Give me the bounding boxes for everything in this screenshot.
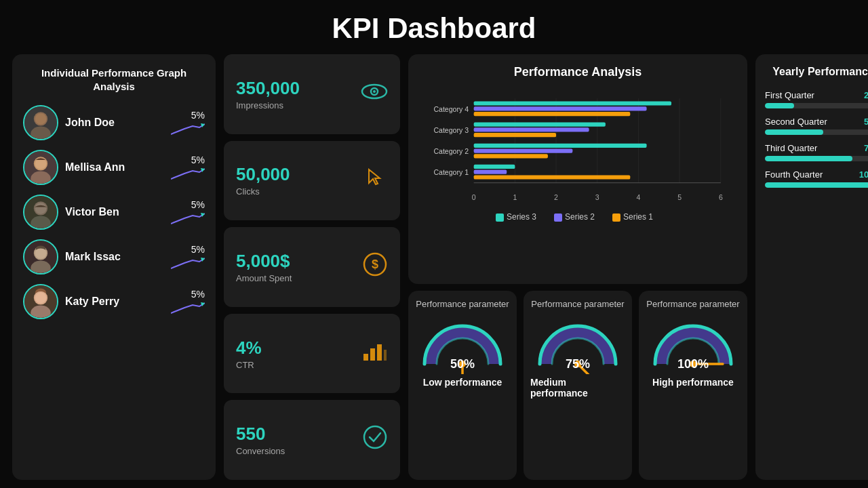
svg-rect-53 — [474, 123, 606, 127]
quarter-row: First Quarter 25% — [765, 90, 868, 108]
quarter-bar-bg — [765, 103, 868, 108]
svg-rect-51 — [474, 112, 631, 116]
quarter-row: Third Quarter 75% — [765, 143, 868, 161]
legend-item: Series 1 — [612, 212, 653, 222]
eye-icon — [361, 81, 388, 107]
svg-text:0: 0 — [472, 193, 476, 201]
metric-card: 350,000 Impressions — [224, 54, 400, 134]
dollar-icon: $ — [362, 251, 388, 283]
page-title: KPI Dashboard — [0, 0, 868, 54]
svg-text:1: 1 — [513, 193, 517, 201]
avatar — [23, 195, 58, 230]
trend-pct: 5% — [191, 110, 205, 121]
chart-title: Performance Analysis — [422, 65, 734, 79]
svg-point-27 — [373, 90, 376, 93]
person-row: Victor Ben 5% — [23, 195, 205, 230]
person-row: Katy Perry 5% — [23, 284, 205, 319]
yearly-title: Yearly Performance — [765, 65, 868, 79]
gauge-pct: 75% — [566, 357, 590, 371]
legend-item: Series 3 — [496, 212, 536, 222]
gauge-widget: 75% — [530, 313, 625, 374]
quarter-bar-fill — [765, 103, 794, 108]
perf-name: High performance — [652, 377, 734, 388]
metric-card: 50,000 Clicks — [224, 141, 400, 221]
quarter-bar-fill — [765, 156, 852, 161]
metric-label: Clicks — [236, 186, 290, 197]
metric-label: Impressions — [236, 100, 300, 110]
metric-card: 5,000$ Amount Spent $ — [224, 227, 400, 307]
trend-line-icon — [171, 301, 205, 314]
svg-text:$: $ — [372, 258, 378, 271]
svg-text:Category 2: Category 2 — [433, 147, 469, 155]
person-trend: 5% — [171, 110, 205, 136]
svg-text:5: 5 — [677, 193, 682, 201]
quarter-bar-fill — [765, 129, 823, 135]
bar-icon — [362, 340, 388, 367]
perf-card: Performance parameter 50% Low performanc… — [408, 291, 517, 480]
avatar — [23, 284, 58, 319]
metric-value: 350,000 — [236, 78, 300, 99]
svg-rect-50 — [474, 106, 647, 110]
svg-text:2: 2 — [554, 193, 558, 201]
svg-rect-31 — [370, 348, 375, 361]
svg-rect-30 — [363, 354, 368, 361]
gauge-pct: 50% — [450, 357, 475, 371]
quarter-bar-fill — [765, 182, 868, 188]
quarter-header: First Quarter 25% — [765, 90, 868, 100]
quarter-label: First Quarter — [765, 90, 814, 100]
person-trend: 5% — [171, 155, 205, 180]
metric-card: 4% CTR — [224, 314, 400, 394]
left-panel-title: Individual Performance Graph Analysis — [23, 66, 205, 93]
quarter-header: Third Quarter 75% — [765, 143, 868, 153]
metric-label: Conversions — [236, 446, 285, 456]
svg-rect-63 — [474, 175, 631, 179]
trend-pct: 5% — [191, 244, 205, 255]
trend-line-icon — [171, 122, 205, 136]
quarter-header: Second Quarter 50% — [765, 117, 868, 127]
svg-rect-32 — [377, 344, 382, 361]
right-panel: Yearly Performance First Quarter 25% Sec… — [755, 54, 868, 480]
trend-pct: 5% — [191, 289, 205, 300]
person-name: Katy Perry — [65, 296, 164, 308]
quarter-label: Second Quarter — [765, 117, 827, 127]
svg-point-13 — [35, 203, 47, 214]
svg-text:Category 3: Category 3 — [433, 126, 469, 134]
perf-param-label: Performance parameter — [416, 299, 509, 309]
svg-point-3 — [35, 113, 47, 125]
svg-text:Category 4: Category 4 — [433, 105, 469, 113]
person-trend: 5% — [171, 199, 205, 225]
performance-analysis-card: Performance Analysis 0123456Category 4Ca… — [408, 54, 747, 284]
perf-name: Low performance — [423, 377, 502, 388]
svg-text:4: 4 — [637, 193, 641, 201]
svg-point-34 — [364, 426, 386, 448]
avatar — [23, 105, 58, 140]
metric-value: 50,000 — [236, 164, 290, 185]
svg-text:3: 3 — [595, 193, 599, 201]
avatar — [23, 150, 58, 185]
perf-card: Performance parameter 100% High performa… — [639, 291, 747, 480]
svg-text:Category 1: Category 1 — [433, 168, 469, 176]
legend-item: Series 2 — [554, 212, 595, 222]
gauge-widget: 50% — [415, 313, 510, 374]
person-name: Mellisa Ann — [65, 161, 164, 174]
metrics-column: 350,000 Impressions 50,000 Clicks 5,000$… — [224, 54, 400, 480]
perf-name: Medium performance — [530, 377, 625, 399]
person-trend: 5% — [171, 289, 205, 314]
quarter-row: Second Quarter 50% — [765, 117, 868, 135]
svg-point-23 — [35, 292, 47, 304]
perf-param-label: Performance parameter — [531, 299, 624, 309]
quarter-pct: 100% — [859, 169, 868, 180]
person-name: Mark Issac — [65, 251, 164, 263]
person-trend: 5% — [171, 244, 205, 270]
quarter-label: Third Quarter — [765, 143, 817, 153]
trend-pct: 5% — [191, 155, 205, 165]
bar-chart: 0123456Category 4Category 3Category 2Cat… — [422, 86, 734, 208]
metric-card: 550 Conversions — [224, 400, 400, 480]
trend-line-icon — [171, 256, 205, 270]
metric-label: Amount Spent — [236, 273, 292, 283]
metric-value: 550 — [236, 424, 285, 445]
svg-rect-57 — [474, 144, 647, 148]
quarter-row: Fourth Quarter 100% — [765, 169, 868, 188]
person-row: Mellisa Ann 5% — [23, 150, 205, 185]
person-name: Victor Ben — [65, 206, 164, 218]
